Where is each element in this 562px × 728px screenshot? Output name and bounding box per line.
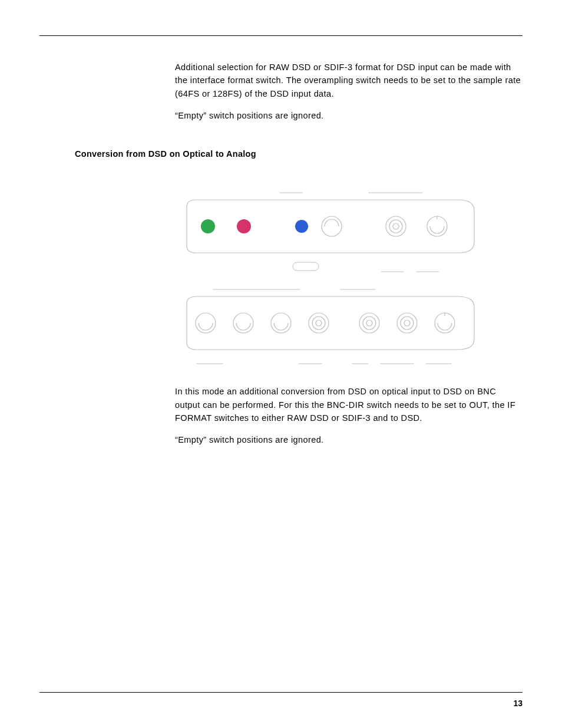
svg-point-23	[401, 317, 414, 330]
svg-point-16	[309, 313, 329, 333]
bottom-rule	[39, 692, 523, 693]
top-rule	[39, 35, 523, 36]
paragraph-2: “Empty” switch positions are ignored.	[175, 109, 523, 122]
connector-top-1	[322, 216, 342, 236]
svg-point-22	[397, 313, 417, 333]
svg-point-20	[363, 317, 376, 330]
svg-point-24	[404, 320, 410, 326]
svg-point-5	[393, 223, 399, 229]
paragraph-1: Additional selection for RAW DSD or SDIF…	[175, 61, 523, 100]
led-red	[237, 219, 251, 233]
paragraph-4: “Empty” switch positions are ignored.	[175, 433, 523, 446]
led-blue	[295, 220, 308, 233]
connector-bottom-7	[435, 312, 455, 333]
led-green	[201, 219, 215, 233]
section-heading: Conversion from DSD on Optical to Analog	[75, 149, 523, 159]
connector-bottom-3	[271, 313, 291, 333]
connector-top-3	[427, 216, 447, 236]
connector-bottom-6	[397, 313, 417, 333]
svg-rect-8	[293, 262, 319, 271]
connector-diagram	[175, 176, 487, 371]
svg-point-19	[359, 313, 379, 333]
connector-bottom-2	[233, 313, 253, 333]
svg-point-21	[366, 320, 372, 326]
svg-point-18	[316, 320, 322, 326]
connector-bottom-5	[359, 313, 379, 333]
svg-point-4	[389, 220, 402, 233]
svg-point-3	[386, 216, 406, 236]
connector-bottom-1	[196, 313, 216, 333]
paragraph-3: In this mode an additional conversion fr…	[175, 385, 523, 424]
connector-bottom-4	[309, 313, 329, 333]
page-number: 13	[513, 699, 523, 708]
svg-point-17	[312, 317, 325, 330]
connector-top-2	[386, 216, 406, 236]
